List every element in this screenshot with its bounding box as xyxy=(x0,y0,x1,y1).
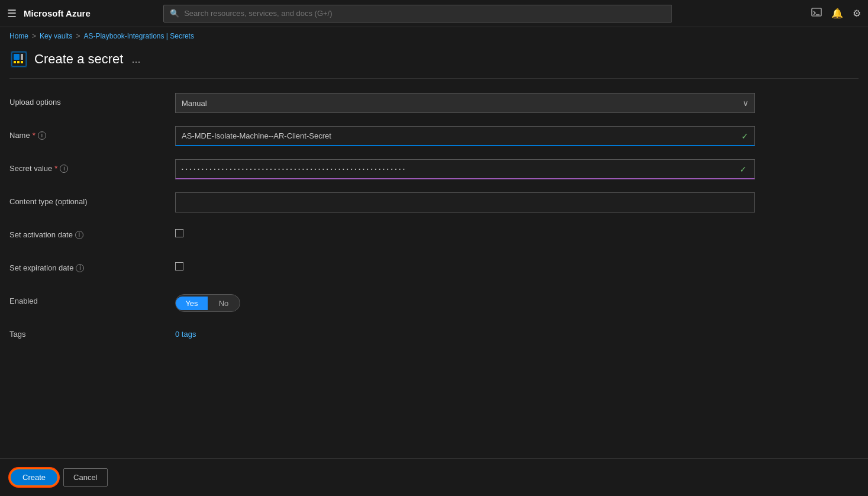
more-options-button[interactable]: ... xyxy=(131,53,140,66)
secret-value-label: Secret value * i xyxy=(9,159,175,173)
secret-required: * xyxy=(54,164,57,173)
name-label: Name * i xyxy=(9,126,175,140)
tags-row: Tags 0 tags xyxy=(9,325,760,346)
name-row: Name * i AS-MDE-Isolate-Machine--AR-Clie… xyxy=(9,126,760,147)
name-check-icon: ✓ xyxy=(741,131,748,141)
enabled-row: Enabled Yes No xyxy=(9,292,760,313)
create-secret-form: Upload options Manual ∨ Name * i AS-MDE-… xyxy=(0,79,769,372)
tags-label: Tags xyxy=(9,325,175,339)
expiration-date-row: Set expiration date i xyxy=(9,259,760,280)
secret-value-input[interactable]: ••••••••••••••••••••••••••••••••••••••••… xyxy=(175,159,755,179)
name-value: AS-MDE-Isolate-Machine--AR-Client-Secret xyxy=(182,131,331,140)
upload-options-control: Manual ∨ xyxy=(175,93,760,113)
tags-link[interactable]: 0 tags xyxy=(175,325,196,339)
nav-icons: 🔔 ⚙ xyxy=(811,7,861,20)
activation-date-label: Set activation date i xyxy=(9,226,175,239)
svg-rect-5 xyxy=(14,61,16,63)
activation-date-control xyxy=(175,226,760,237)
search-bar[interactable]: 🔍 xyxy=(163,5,672,22)
toggle-no-option[interactable]: No xyxy=(208,297,240,310)
upload-options-value: Manual xyxy=(182,99,207,108)
enabled-label: Enabled xyxy=(9,292,175,305)
settings-icon[interactable]: ⚙ xyxy=(853,8,861,19)
activation-date-checkbox-container xyxy=(175,226,760,237)
svg-rect-8 xyxy=(21,54,23,60)
key-vault-icon xyxy=(9,50,28,69)
activation-date-checkbox[interactable] xyxy=(175,229,183,237)
page-title: Create a secret xyxy=(34,51,123,67)
content-type-row: Content type (optional) xyxy=(9,192,760,214)
hamburger-icon[interactable]: ☰ xyxy=(7,7,17,20)
expiration-date-checkbox[interactable] xyxy=(175,262,183,270)
content-type-label: Content type (optional) xyxy=(9,192,175,206)
name-info-icon[interactable]: i xyxy=(38,131,46,140)
upload-options-row: Upload options Manual ∨ xyxy=(9,93,760,114)
create-button[interactable]: Create xyxy=(9,468,59,487)
svg-rect-6 xyxy=(17,61,20,63)
breadcrumb-sep-1: > xyxy=(32,32,36,40)
secret-check-icon: ✓ xyxy=(740,165,748,174)
notifications-icon[interactable]: 🔔 xyxy=(831,8,843,19)
expiration-date-checkbox-container xyxy=(175,259,760,270)
expiration-date-label: Set expiration date i xyxy=(9,259,175,272)
top-navigation: ☰ Microsoft Azure 🔍 🔔 ⚙ xyxy=(0,0,868,27)
search-icon: 🔍 xyxy=(170,9,179,18)
breadcrumb-key-vaults[interactable]: Key vaults xyxy=(40,32,72,40)
tags-control: 0 tags xyxy=(175,325,760,339)
name-required: * xyxy=(33,131,36,140)
form-footer: Create Cancel xyxy=(0,458,868,496)
content-type-control xyxy=(175,192,760,212)
enabled-control: Yes No xyxy=(175,292,760,312)
name-input-display[interactable]: AS-MDE-Isolate-Machine--AR-Client-Secret… xyxy=(175,126,755,146)
secret-value-control: ••••••••••••••••••••••••••••••••••••••••… xyxy=(175,159,760,179)
search-input[interactable] xyxy=(184,9,666,18)
name-control: AS-MDE-Isolate-Machine--AR-Client-Secret… xyxy=(175,126,760,146)
activation-info-icon[interactable]: i xyxy=(75,231,83,239)
svg-rect-4 xyxy=(14,54,20,60)
chevron-down-icon: ∨ xyxy=(743,98,748,108)
secret-value-row: Secret value * i •••••••••••••••••••••••… xyxy=(9,159,760,181)
breadcrumb-home[interactable]: Home xyxy=(9,32,28,40)
breadcrumb-sep-2: > xyxy=(76,32,80,40)
svg-rect-7 xyxy=(21,61,23,63)
expiration-date-control xyxy=(175,259,760,270)
upload-options-label: Upload options xyxy=(9,93,175,107)
breadcrumb-current[interactable]: AS-Playbook-Integrations | Secrets xyxy=(83,32,194,40)
page-header: Create a secret ... xyxy=(0,45,868,78)
content-type-input[interactable] xyxy=(175,192,755,212)
upload-options-dropdown[interactable]: Manual ∨ xyxy=(175,93,755,113)
toggle-yes-option[interactable]: Yes xyxy=(176,297,208,310)
brand-name: Microsoft Azure xyxy=(24,8,91,18)
cancel-button[interactable]: Cancel xyxy=(63,468,107,487)
expiration-info-icon[interactable]: i xyxy=(76,264,84,272)
terminal-icon[interactable] xyxy=(811,7,822,20)
enabled-toggle[interactable]: Yes No xyxy=(175,294,240,312)
secret-info-icon[interactable]: i xyxy=(60,165,68,173)
activation-date-row: Set activation date i xyxy=(9,226,760,247)
secret-dots: ••••••••••••••••••••••••••••••••••••••••… xyxy=(182,166,740,172)
breadcrumb: Home > Key vaults > AS-Playbook-Integrat… xyxy=(0,27,868,45)
